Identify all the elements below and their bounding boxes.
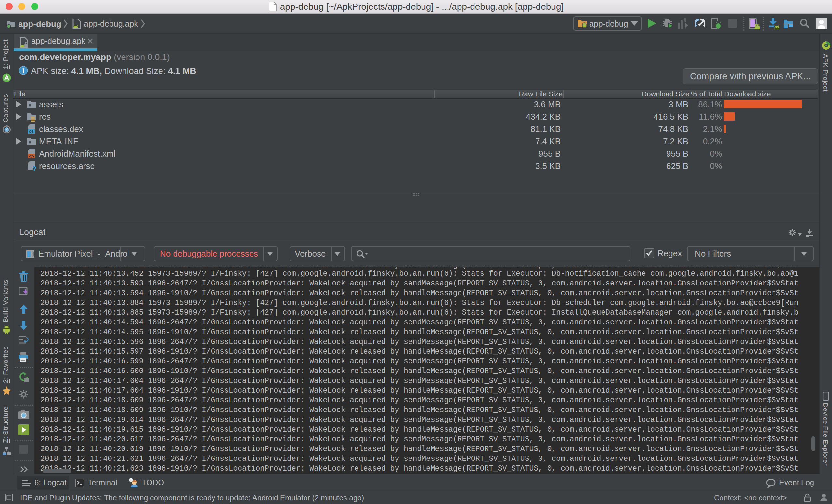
svg-text:01: 01: [29, 129, 34, 134]
svg-text:<>: <>: [29, 153, 34, 159]
svg-text:?: ?: [32, 165, 36, 171]
